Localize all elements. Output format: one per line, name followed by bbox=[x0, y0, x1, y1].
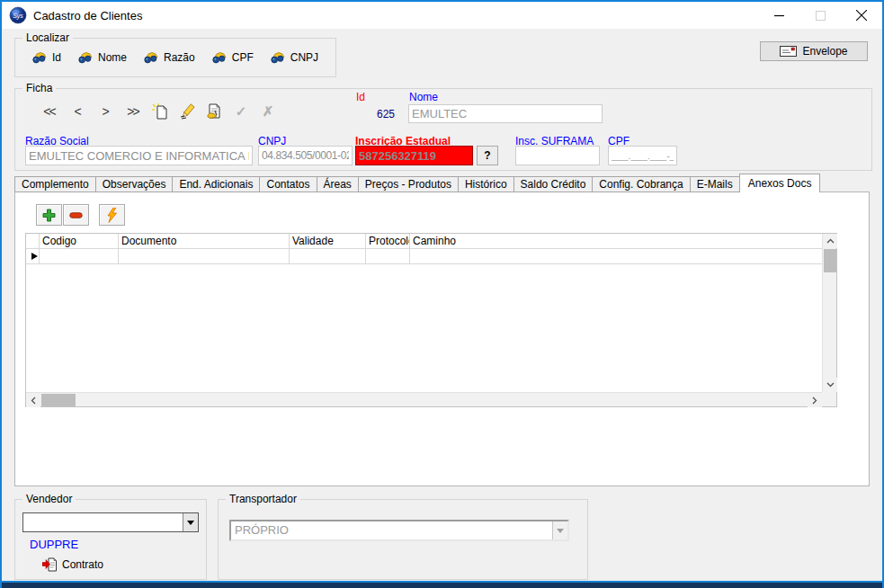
app-window: Sys Cadastro de Clientes Localizar Id bbox=[0, 0, 884, 588]
razao-social-input[interactable] bbox=[25, 146, 253, 165]
attachments-grid: Codigo Documento Validade Protocolo Cami… bbox=[25, 233, 837, 407]
record-navigator: << < > >> bbox=[35, 100, 281, 123]
grid-header: Codigo Documento Validade Protocolo Cami… bbox=[26, 234, 836, 249]
chevron-right-icon bbox=[812, 396, 817, 405]
scroll-right-button[interactable] bbox=[808, 393, 822, 407]
post-record-button[interactable] bbox=[201, 101, 228, 122]
nav-last-button[interactable]: >> bbox=[119, 101, 147, 122]
find-by-id-button[interactable]: Id bbox=[29, 49, 65, 66]
grid-col-protocolo: Protocolo bbox=[366, 234, 410, 249]
grid-col-documento: Documento bbox=[119, 234, 290, 249]
minimize-button[interactable] bbox=[758, 2, 799, 29]
tab-saldo-credito[interactable]: Saldo Crédito bbox=[513, 176, 593, 192]
vendedor-combobox[interactable] bbox=[22, 512, 199, 532]
grid-cell bbox=[366, 249, 410, 264]
tab-end-adicionais[interactable]: End. Adicionais bbox=[172, 176, 259, 192]
scroll-up-button[interactable] bbox=[823, 234, 837, 248]
find-button-label: Razão bbox=[164, 51, 195, 64]
tab-areas[interactable]: Áreas bbox=[317, 176, 358, 192]
nav-prior-button[interactable]: < bbox=[63, 101, 91, 122]
vendedor-name: DUPPRE bbox=[30, 538, 78, 551]
scroll-left-button[interactable] bbox=[26, 393, 40, 407]
id-label: Id bbox=[356, 91, 365, 103]
grid-cell bbox=[40, 249, 119, 264]
tab-config-cobranca[interactable]: Config. Cobrança bbox=[592, 176, 689, 192]
cancel-x-icon: ✗ bbox=[254, 101, 281, 122]
contrato-button[interactable]: Contrato bbox=[42, 557, 103, 572]
new-record-button[interactable] bbox=[147, 101, 174, 122]
tab-contatos[interactable]: Contatos bbox=[259, 176, 316, 192]
minus-icon bbox=[69, 212, 83, 218]
dropdown-arrow-icon bbox=[187, 521, 194, 525]
find-by-cpf-button[interactable]: CPF bbox=[209, 49, 257, 66]
transportador-dropdown-button bbox=[552, 521, 567, 539]
grid-cell bbox=[290, 249, 366, 264]
window-title: Cadastro de Clientes bbox=[33, 9, 142, 22]
close-icon bbox=[856, 10, 867, 21]
post-document-icon bbox=[205, 102, 223, 120]
inscricao-estadual-help-button[interactable]: ? bbox=[477, 146, 498, 165]
remove-attachment-button[interactable] bbox=[63, 204, 89, 226]
grid-cell bbox=[410, 249, 836, 264]
find-by-razao-button[interactable]: Razão bbox=[140, 49, 199, 66]
find-button-label: Id bbox=[52, 51, 61, 64]
tabpage-anexos-docs: Codigo Documento Validade Protocolo Cami… bbox=[14, 192, 870, 486]
localizar-groupbox: Localizar Id Nome Razão CPF CNPJ bbox=[14, 38, 336, 77]
tab-precos-produtos[interactable]: Preços - Produtos bbox=[358, 176, 458, 192]
edit-attachment-button[interactable] bbox=[99, 204, 125, 226]
grid-col-codigo: Codigo bbox=[40, 234, 119, 249]
grid-col-validade: Validade bbox=[290, 234, 366, 249]
tab-observacoes[interactable]: Observações bbox=[95, 176, 173, 192]
maximize-button bbox=[799, 2, 841, 29]
suframa-input[interactable] bbox=[515, 146, 600, 165]
contrato-doc-icon bbox=[42, 557, 58, 572]
cnpj-input[interactable] bbox=[258, 146, 353, 165]
lightning-icon bbox=[106, 208, 118, 223]
find-by-cnpj-button[interactable]: CNPJ bbox=[267, 49, 322, 66]
transportador-groupbox: Transportador PRÓPRIO bbox=[218, 499, 588, 580]
tab-complemento[interactable]: Complemento bbox=[14, 176, 95, 192]
tab-anexos-docs[interactable]: Anexos Docs bbox=[739, 174, 821, 192]
grid-indicator-header bbox=[26, 234, 40, 249]
binoculars-icon bbox=[78, 51, 94, 64]
new-document-icon bbox=[151, 102, 169, 120]
nav-first-button[interactable]: << bbox=[35, 101, 63, 122]
inscricao-estadual-input[interactable] bbox=[355, 146, 473, 165]
binoculars-icon bbox=[212, 51, 228, 64]
envelope-button[interactable]: Envelope bbox=[760, 41, 868, 61]
window-bottom-border bbox=[2, 581, 882, 588]
nome-input[interactable] bbox=[408, 104, 603, 123]
cpf-input[interactable] bbox=[608, 146, 677, 165]
id-value: 625 bbox=[366, 108, 395, 120]
vendedor-title: Vendedor bbox=[22, 493, 76, 505]
scrollbar-corner bbox=[822, 392, 836, 406]
horizontal-scroll-thumb[interactable] bbox=[41, 394, 76, 406]
grid-vertical-scrollbar[interactable] bbox=[822, 234, 836, 392]
edit-pencil-icon bbox=[178, 102, 196, 120]
vendedor-dropdown-button[interactable] bbox=[183, 513, 198, 531]
vendedor-groupbox: Vendedor DUPPRE Contrato bbox=[14, 499, 207, 580]
binoculars-icon bbox=[271, 51, 286, 64]
find-button-label: CNPJ bbox=[290, 51, 318, 64]
edit-record-button[interactable] bbox=[174, 101, 201, 122]
record-indicator-cell bbox=[26, 249, 40, 264]
vendedor-combobox-value bbox=[23, 513, 183, 531]
maximize-icon bbox=[816, 11, 826, 21]
tab-emails[interactable]: E-Mails bbox=[690, 176, 739, 192]
grid-row[interactable] bbox=[26, 249, 836, 264]
add-attachment-button[interactable] bbox=[36, 204, 62, 226]
find-by-nome-button[interactable]: Nome bbox=[75, 49, 130, 66]
grid-horizontal-scrollbar[interactable] bbox=[26, 392, 822, 406]
grid-cell bbox=[119, 249, 290, 264]
chevron-up-icon bbox=[826, 238, 835, 244]
dropdown-arrow-icon bbox=[557, 529, 564, 533]
tab-historico[interactable]: Histórico bbox=[458, 176, 513, 192]
minimize-icon bbox=[774, 11, 784, 21]
scroll-down-button[interactable] bbox=[823, 378, 837, 392]
nav-next-button[interactable]: > bbox=[91, 101, 119, 122]
grid-col-caminho: Caminho bbox=[410, 234, 836, 249]
vertical-scroll-thumb[interactable] bbox=[824, 249, 836, 272]
close-button[interactable] bbox=[841, 2, 882, 29]
binoculars-icon bbox=[144, 51, 159, 64]
plus-icon bbox=[42, 209, 56, 222]
